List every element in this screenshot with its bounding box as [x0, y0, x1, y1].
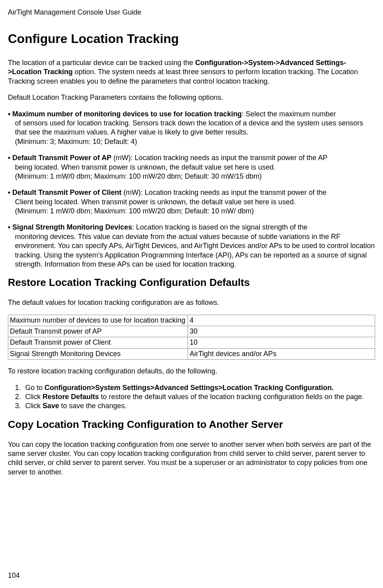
bullet-lead-bold: • Maximum number of monitoring devices t…: [8, 110, 242, 118]
bullet-first-line: • Maximum number of monitoring devices t…: [8, 110, 375, 119]
intro-paragraph-1: The location of a particular device can …: [8, 58, 375, 86]
page-heading-h1: Configure Location Tracking: [8, 31, 375, 47]
table-cell-value: 10: [188, 337, 375, 348]
bullet-lead-bold: • Default Transmit Power of Client: [8, 189, 121, 196]
step-bold-text: Configuration>System Settings>Advanced S…: [45, 384, 334, 392]
restore-steps-list: Go to Configuration>System Settings>Adva…: [8, 383, 375, 411]
bullet-indent-text: Client being located. When transmit powe…: [8, 198, 375, 216]
table-cell-value: 30: [188, 326, 375, 337]
list-item: Click Restore Defaults to restore the de…: [23, 392, 375, 401]
document-header-title: AirTight Management Console User Guide: [8, 8, 375, 17]
restore-steps-intro: To restore location tracking configurati…: [8, 367, 375, 376]
bullet-lead-rest: (mW): Location tracking needs as input t…: [112, 154, 327, 162]
table-cell-value: 4: [188, 315, 375, 326]
bullet-lead-rest: : Location tracking is based on the sign…: [132, 223, 307, 231]
table-row: Default Transmit power of Client 10: [8, 337, 375, 348]
bullet-item: • Maximum number of monitoring devices t…: [8, 110, 375, 147]
table-row: Maximum number of devices to use for loc…: [8, 315, 375, 326]
list-item: Click Save to save the changes.: [23, 401, 375, 411]
table-row: Signal Strength Monitoring Devices AirTi…: [8, 348, 375, 359]
bullet-item: • Signal Strength Monitoring Devices: Lo…: [8, 223, 375, 269]
copy-config-paragraph: You can copy the location tracking confi…: [8, 440, 375, 477]
bullet-first-line: • Default Transmit Power of Client (mW):…: [8, 188, 375, 197]
intro-paragraph-2: Default Location Tracking Parameters con…: [8, 93, 375, 102]
bullet-indent-text: being located. When transmit power is un…: [8, 163, 375, 181]
bullet-first-line: • Signal Strength Monitoring Devices: Lo…: [8, 223, 375, 232]
bullet-lead-rest: : Select the maximum number: [242, 110, 336, 118]
heading-restore-defaults: Restore Location Tracking Configuration …: [8, 276, 375, 289]
bullet-indent-text: of sensors used for location tracking. S…: [8, 119, 375, 146]
step-pre-text: Click: [25, 393, 43, 401]
heading-copy-config: Copy Location Tracking Configuration to …: [8, 418, 375, 431]
bullet-lead-rest: (mW): Location tracking needs as input t…: [121, 189, 326, 196]
list-item: Go to Configuration>System Settings>Adva…: [23, 383, 375, 392]
intro-text-part1: The location of a particular device can …: [8, 59, 195, 67]
step-bold-text: Save: [43, 402, 59, 410]
bullet-lead-bold: • Default Transmit Power of AP: [8, 154, 112, 162]
step-pre-text: Click: [25, 402, 43, 410]
step-bold-text: Restore Defaults: [43, 393, 99, 401]
step-post-text: to restore the default values of the loc…: [99, 393, 364, 401]
bullet-item: • Default Transmit Power of AP (mW): Loc…: [8, 153, 375, 181]
bullet-indent-text: monitoring devices. This value can devia…: [8, 232, 375, 269]
bullet-item: • Default Transmit Power of Client (mW):…: [8, 188, 375, 216]
step-post-text: to save the changes.: [59, 402, 126, 410]
table-cell-value: AirTight devices and/or APs: [188, 348, 375, 359]
bullet-first-line: • Default Transmit Power of AP (mW): Loc…: [8, 153, 375, 162]
table-cell-label: Maximum number of devices to use for loc…: [8, 315, 188, 326]
table-cell-label: Default Transmit power of Client: [8, 337, 188, 348]
defaults-table: Maximum number of devices to use for loc…: [8, 315, 375, 360]
table-row: Default Transmit power of AP 30: [8, 326, 375, 337]
bullet-lead-bold: • Signal Strength Monitoring Devices: [8, 223, 132, 231]
step-pre-text: Go to: [25, 384, 45, 392]
restore-intro-paragraph: The default values for location tracking…: [8, 298, 375, 307]
table-cell-label: Signal Strength Monitoring Devices: [8, 348, 188, 359]
table-cell-label: Default Transmit power of AP: [8, 326, 188, 337]
